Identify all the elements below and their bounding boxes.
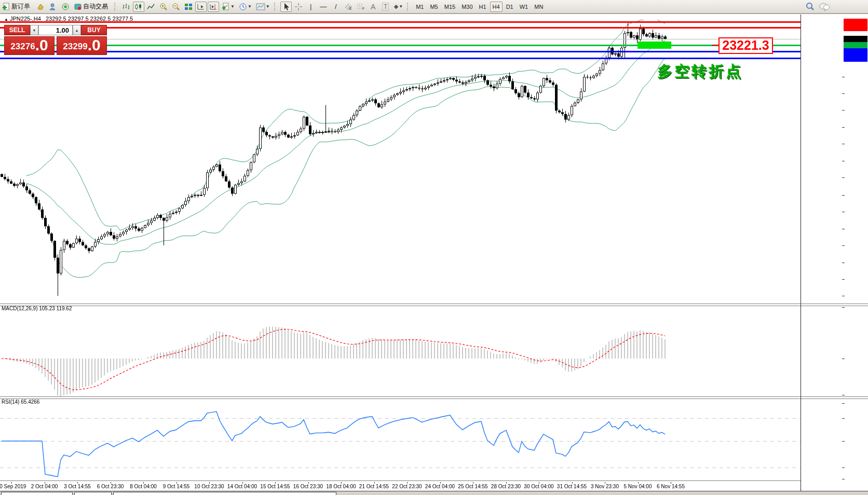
buy-button[interactable]: BUY	[81, 25, 107, 35]
axis-tick	[842, 144, 845, 144]
buy-price-button[interactable]: 23299 .0	[57, 36, 107, 55]
chat-button[interactable]	[817, 2, 832, 12]
turning-point-note[interactable]: 多空转折点	[657, 61, 743, 82]
text-button[interactable]: A	[368, 2, 379, 12]
timeframe-m1-button[interactable]: M1	[413, 2, 426, 12]
axis-tick	[842, 212, 845, 212]
chart-shift-button[interactable]	[208, 2, 219, 12]
templates-button[interactable]: ▼	[254, 2, 272, 12]
vertical-line-button[interactable]: |	[305, 2, 317, 12]
time-axis-label: 18 Oct 04:00	[326, 484, 356, 489]
bar-chart-button[interactable]	[120, 2, 132, 12]
profiles-button[interactable]	[35, 2, 46, 12]
axis-tick	[842, 93, 845, 94]
clock-icon	[239, 3, 247, 11]
price-axis-border	[801, 15, 801, 492]
buy-price-pips: .0	[88, 37, 101, 53]
axis-tick	[842, 468, 845, 468]
price-tag	[844, 36, 867, 43]
sell-price-button[interactable]: 23276 .0	[4, 36, 55, 55]
timeframe-d1-button[interactable]: D1	[504, 2, 516, 12]
indicators-caret-icon[interactable]: ▼	[230, 4, 235, 9]
svg-text:E: E	[349, 7, 352, 10]
search-button[interactable]	[804, 2, 816, 12]
indicators-button[interactable]: ▼	[220, 2, 236, 12]
axis-tick	[842, 403, 845, 404]
horizontal-line-object[interactable]	[0, 21, 801, 23]
vertical-line-icon: |	[310, 3, 311, 10]
volume-input[interactable]: 1.00	[38, 25, 73, 35]
horizontal-line-object[interactable]	[0, 45, 801, 46]
trendline-button[interactable]: /	[330, 2, 342, 12]
time-axis-label: 5 Nov 04:00	[624, 484, 652, 489]
timeframe-m15-button[interactable]: M15	[442, 2, 458, 12]
timeframe-mn-button[interactable]: MN	[532, 2, 546, 12]
line-chart-icon	[147, 3, 155, 10]
candlestick-chart-button[interactable]	[133, 2, 144, 12]
market-watch-button[interactable]	[47, 2, 59, 12]
highlight-rectangle[interactable]	[638, 42, 671, 49]
zoom-out-button[interactable]	[170, 2, 182, 12]
price-box-connector	[712, 45, 718, 46]
rsi-label: RSI(14) 65.4266	[2, 399, 39, 405]
pane-separator[interactable]	[0, 304, 868, 306]
auto-scroll-button[interactable]	[195, 2, 207, 12]
line-chart-button[interactable]	[145, 2, 157, 12]
periods-caret-icon[interactable]: ▼	[248, 4, 252, 9]
horizontal-line-object[interactable]	[0, 51, 801, 52]
channel-button[interactable]: E	[343, 2, 354, 12]
price-chart-canvas[interactable]	[0, 13, 868, 495]
shapes-button[interactable]: ◆ ▼	[392, 2, 404, 12]
axis-tick	[842, 245, 845, 246]
horizontal-line-button[interactable]: —	[318, 2, 329, 12]
cursor-button[interactable]	[280, 2, 292, 12]
sell-button[interactable]: SELL	[4, 25, 30, 35]
signals-icon	[61, 3, 70, 11]
timeframe-m30-button[interactable]: M30	[459, 2, 475, 12]
shapes-caret-icon[interactable]: ▼	[399, 4, 403, 9]
shapes-icon: ◆	[394, 3, 398, 10]
fibonacci-icon: F	[357, 3, 365, 10]
autotrading-button[interactable]: 自动交易	[72, 2, 112, 12]
bar-chart-icon	[122, 3, 130, 10]
templates-caret-icon[interactable]: ▼	[266, 4, 270, 9]
timeframe-h1-button[interactable]: H1	[477, 2, 489, 12]
bid-price-line[interactable]	[0, 39, 801, 39]
axis-tick	[842, 441, 845, 442]
time-axis-label: 30 Oct 04:00	[524, 484, 553, 489]
text-label-button[interactable]: T	[380, 2, 391, 12]
candlestick-chart-icon	[134, 3, 143, 10]
signals-button[interactable]	[60, 2, 71, 12]
tile-windows-button[interactable]	[183, 2, 194, 12]
auto-scroll-icon	[197, 3, 205, 10]
crosshair-button[interactable]	[293, 2, 304, 12]
time-axis[interactable]: 30 Sep 20192 Oct 04:003 Oct 14:556 Oct 2…	[0, 482, 801, 491]
horizontal-line-object[interactable]	[0, 58, 801, 59]
new-order-button[interactable]: 新订单	[1, 2, 34, 12]
fibonacci-button[interactable]: F	[355, 2, 367, 12]
periods-button[interactable]: ▼	[237, 2, 253, 12]
time-axis-label: 16 Oct 23:30	[293, 484, 323, 489]
horizontal-line-object[interactable]	[0, 27, 801, 29]
axis-tick	[842, 359, 845, 359]
axis-tick	[842, 279, 845, 280]
pane-separator[interactable]	[0, 396, 868, 399]
toolbar-grip	[114, 3, 118, 11]
axis-tick	[842, 195, 845, 196]
status-box	[1, 492, 73, 495]
timeframe-w1-button[interactable]: W1	[517, 2, 531, 12]
time-axis-label: 24 Oct 04:00	[425, 484, 455, 489]
crosshair-icon	[294, 3, 303, 11]
volume-down-button[interactable]: ▼	[30, 25, 38, 35]
time-axis-label: 3 Nov 23:30	[591, 484, 619, 489]
timeframe-h4-button[interactable]: H4	[490, 2, 503, 12]
price-annotation-box[interactable]: 23221.3	[718, 37, 773, 54]
zoom-in-button[interactable]	[158, 2, 169, 12]
time-axis-label: 22 Oct 23:30	[392, 484, 422, 489]
price-tag	[844, 24, 867, 31]
indicators-icon	[222, 3, 230, 11]
buy-price: 23299	[63, 40, 87, 53]
volume-up-button[interactable]: ▲	[73, 25, 81, 35]
timeframe-m5-button[interactable]: M5	[427, 2, 440, 12]
time-axis-label: 6 Oct 23:30	[97, 484, 124, 489]
